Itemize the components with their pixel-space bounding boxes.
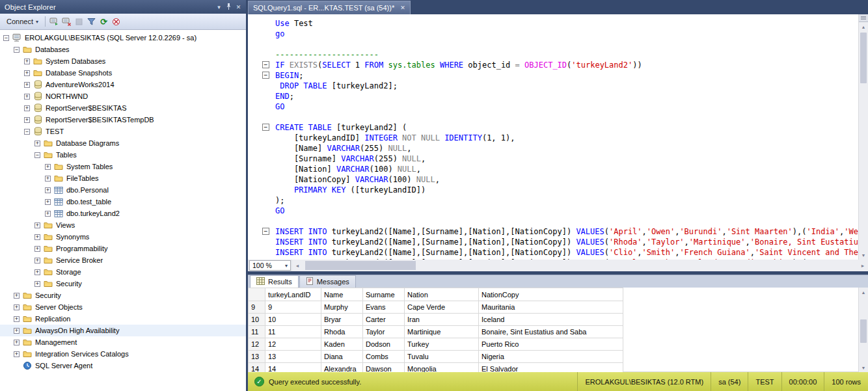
grid-cell[interactable]: Carter <box>363 314 405 326</box>
grid-cell[interactable]: Puerto Rico <box>479 338 623 351</box>
collapse-toggle-icon[interactable]: − <box>24 129 30 135</box>
stop-icon[interactable] <box>73 16 85 28</box>
tree-item-security[interactable]: +Security <box>0 278 246 290</box>
tree-item-security[interactable]: +Security <box>0 290 246 301</box>
stop-refresh-icon[interactable] <box>110 16 122 28</box>
grid-cell[interactable]: Turkey <box>405 338 479 351</box>
fold-collapse-icon[interactable]: − <box>262 124 269 131</box>
grid-cell[interactable]: Diana <box>321 351 363 363</box>
tree-item-synonyms[interactable]: +Synonyms <box>0 231 246 243</box>
grid-cell[interactable]: Martinique <box>405 326 479 338</box>
grid-cell[interactable]: Cape Verde <box>405 301 479 314</box>
scrollbar-track[interactable] <box>859 31 868 250</box>
grid-cell[interactable]: 10 <box>265 314 321 326</box>
scrollbar-track[interactable] <box>303 260 858 271</box>
tree-item-server-objects[interactable]: +Server Objects <box>0 301 246 313</box>
tree-item-programmability[interactable]: +Programmability <box>0 243 246 254</box>
grid-cell[interactable]: 13 <box>265 351 321 363</box>
scroll-right-icon[interactable]: ► <box>858 260 868 271</box>
tree-item-system-databases[interactable]: +System Databases <box>0 55 246 67</box>
grid-cell[interactable]: Combs <box>363 351 405 363</box>
collapse-toggle-icon[interactable]: − <box>14 47 20 53</box>
fold-collapse-icon[interactable]: − <box>262 228 269 235</box>
expand-toggle-icon[interactable]: + <box>24 70 30 76</box>
tree-item-replication[interactable]: +Replication <box>0 313 246 325</box>
expand-toggle-icon[interactable]: + <box>24 117 30 123</box>
tree-item-system-tables[interactable]: +System Tables <box>0 161 246 172</box>
grid-cell[interactable]: Dawson <box>363 363 405 373</box>
tree-item-views[interactable]: +Views <box>0 219 246 231</box>
grid-cell[interactable]: Bryar <box>321 314 363 326</box>
grid-cell[interactable]: Iceland <box>479 314 623 326</box>
grid-cell[interactable]: Evans <box>363 301 405 314</box>
code-area[interactable]: Use Testgo----------------------−IF EXIS… <box>248 14 858 260</box>
fold-collapse-icon[interactable]: − <box>262 61 269 68</box>
tree-item-dbo-test-table[interactable]: +dbo.test_table <box>0 196 246 208</box>
grid-cell[interactable]: Mongolia <box>405 363 479 373</box>
editor-horizontal-scrollbar[interactable]: ◄ ► <box>292 260 868 271</box>
zoom-select[interactable]: 100 % ▾ <box>249 260 291 271</box>
grid-cell[interactable]: 11 <box>265 326 321 338</box>
tab-close-icon[interactable]: ✕ <box>400 5 405 11</box>
tree-item-database-snapshots[interactable]: +Database Snapshots <box>0 67 246 79</box>
expand-toggle-icon[interactable]: + <box>45 211 51 217</box>
tree-item-storage[interactable]: +Storage <box>0 266 246 278</box>
tree-item-filetables[interactable]: +FileTables <box>0 172 246 184</box>
tree-item-integration-services-catalogs[interactable]: +Integration Services Catalogs <box>0 348 246 360</box>
column-header-turkeylandid[interactable]: turkeyLandID <box>265 288 321 301</box>
row-header[interactable]: 9 <box>249 301 265 314</box>
expand-toggle-icon[interactable]: + <box>34 246 40 252</box>
scrollbar-thumb[interactable] <box>860 319 867 343</box>
expand-toggle-icon[interactable]: + <box>45 176 51 182</box>
fold-collapse-icon[interactable]: − <box>262 72 269 79</box>
grid-cell[interactable]: Bonaire, Sint Eustatius and Saba <box>479 326 623 338</box>
scrollbar-track[interactable] <box>859 297 868 363</box>
tree-item-dbo-turkeyland2[interactable]: +dbo.turkeyLand2 <box>0 208 246 219</box>
connect-button[interactable]: Connect ▾ <box>3 16 42 27</box>
close-icon[interactable]: ✕ <box>234 2 243 12</box>
tree-item-sql-server-agent[interactable]: SQL Server Agent <box>0 360 246 371</box>
collapse-toggle-icon[interactable]: − <box>3 35 9 41</box>
expand-toggle-icon[interactable]: + <box>34 258 40 263</box>
expand-toggle-icon[interactable]: + <box>14 340 20 345</box>
grid-cell[interactable]: Murphy <box>321 301 363 314</box>
editor-vertical-scrollbar[interactable]: ▲ ▼ <box>858 14 868 260</box>
expand-toggle-icon[interactable]: + <box>14 316 20 322</box>
scroll-left-icon[interactable]: ◄ <box>292 260 303 271</box>
pin-icon[interactable] <box>224 2 234 12</box>
expand-toggle-icon[interactable]: + <box>34 222 40 228</box>
tree-item-northwnd[interactable]: +NORTHWND <box>0 90 246 102</box>
grid-cell[interactable]: Kaden <box>321 338 363 351</box>
tree-item-service-broker[interactable]: +Service Broker <box>0 254 246 266</box>
window-menu-icon[interactable]: ▾ <box>214 2 224 12</box>
expand-toggle-icon[interactable]: + <box>24 105 30 111</box>
tree-item-erolakgul-besiktas-sql-server-12-0-2269-sa[interactable]: −EROLAKGUL\BESIKTAS (SQL Server 12.0.226… <box>0 32 246 44</box>
object-explorer-tree[interactable]: −EROLAKGUL\BESIKTAS (SQL Server 12.0.226… <box>0 30 246 391</box>
column-header-nation[interactable]: Nation <box>405 288 479 301</box>
tree-item-tables[interactable]: −Tables <box>0 149 246 161</box>
grid-cell[interactable]: El Salvador <box>479 363 623 373</box>
tree-item-management[interactable]: +Management <box>0 336 246 348</box>
expand-toggle-icon[interactable]: + <box>14 328 20 334</box>
expand-toggle-icon[interactable]: + <box>24 82 30 88</box>
splitter-grip-icon[interactable] <box>859 14 868 22</box>
column-header-name[interactable]: Name <box>321 288 363 301</box>
tree-item-test[interactable]: −TEST <box>0 126 246 137</box>
scrollbar-thumb[interactable] <box>860 33 867 83</box>
expand-toggle-icon[interactable]: + <box>34 269 40 275</box>
grid-cell[interactable]: Alexandra <box>321 363 363 373</box>
expand-toggle-icon[interactable]: + <box>45 199 51 205</box>
collapse-toggle-icon[interactable]: − <box>34 152 40 158</box>
disconnect-icon[interactable] <box>61 16 73 28</box>
tree-item-reportserver-besiktastempdb[interactable]: +ReportServer$BESIKTASTempDB <box>0 114 246 126</box>
expand-toggle-icon[interactable]: + <box>45 187 51 193</box>
row-header[interactable]: 11 <box>249 326 265 338</box>
grid-corner-header[interactable] <box>249 288 265 301</box>
grid-cell[interactable]: Rhoda <box>321 326 363 338</box>
scrollbar-thumb[interactable] <box>305 261 416 270</box>
grid-cell[interactable]: 12 <box>265 338 321 351</box>
tree-item-reportserver-besiktas[interactable]: +ReportServer$BESIKTAS <box>0 102 246 114</box>
scroll-up-icon[interactable]: ▲ <box>859 288 868 297</box>
expand-toggle-icon[interactable]: + <box>24 94 30 100</box>
grid-vertical-scrollbar[interactable]: ▲ ▼ <box>858 288 868 372</box>
